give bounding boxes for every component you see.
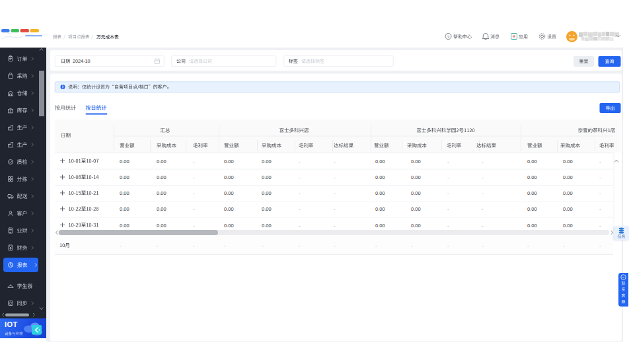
svg-text:?: ? (447, 35, 450, 39)
